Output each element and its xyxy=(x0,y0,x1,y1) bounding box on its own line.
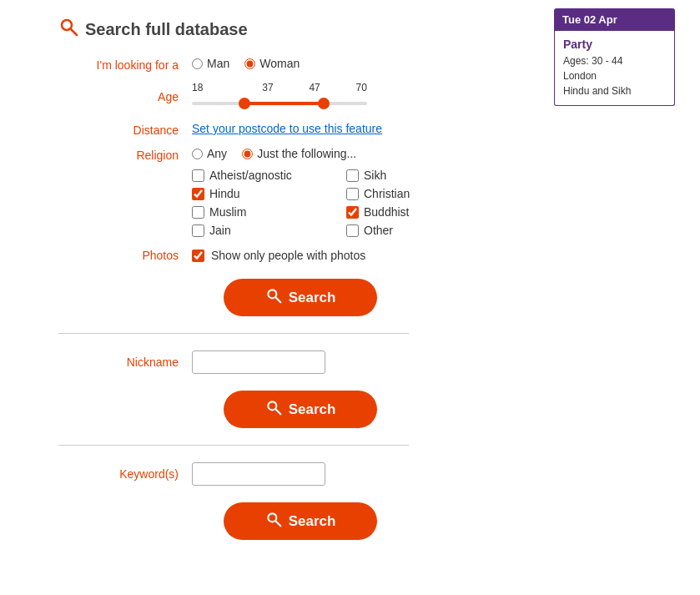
religion-radio-group: Any Just the following... xyxy=(192,147,476,160)
search-button-3-label: Search xyxy=(289,513,336,530)
religion-muslim-checkbox[interactable] xyxy=(192,206,204,219)
religion-sikh-label: Sikh xyxy=(364,169,386,182)
age-row: Age 18 37 47 70 xyxy=(58,82,476,112)
religion-christian-option[interactable]: Christian xyxy=(346,187,476,200)
distance-controls: Set your postcode to use this feature xyxy=(192,122,476,135)
religion-jain-label: Jain xyxy=(209,224,231,237)
religion-jain-checkbox[interactable] xyxy=(192,224,204,237)
religion-atheist-option[interactable]: Atheist/agnostic xyxy=(192,169,321,182)
slider-thumb-low[interactable] xyxy=(239,98,250,109)
keywords-row: Keyword(s) xyxy=(58,462,476,486)
nickname-label: Nickname xyxy=(58,355,192,369)
search-button-2[interactable]: Search xyxy=(224,391,378,428)
search-btn-icon-2 xyxy=(265,399,282,420)
gender-radio-group: Man Woman xyxy=(192,57,476,70)
svg-line-1 xyxy=(71,29,77,35)
sidebar-calendar: Tue 02 Apr Party Ages: 30 - 44 London Hi… xyxy=(554,8,675,106)
religion-other-checkbox[interactable] xyxy=(346,224,359,237)
religion-atheist-label: Atheist/agnostic xyxy=(209,169,292,182)
religion-muslim-label: Muslim xyxy=(209,205,246,219)
religion-other-label: Other xyxy=(364,224,393,237)
gender-woman-radio[interactable] xyxy=(244,58,255,69)
religion-christian-label: Christian xyxy=(364,187,410,200)
gender-man-radio[interactable] xyxy=(192,58,203,69)
age-low-tick: 37 xyxy=(262,82,273,93)
religion-sikh-option[interactable]: Sikh xyxy=(346,169,476,182)
svg-line-3 xyxy=(275,298,280,303)
search-icon xyxy=(58,17,78,42)
search-btn-icon-1 xyxy=(265,287,282,308)
religion-jain-option[interactable]: Jain xyxy=(192,224,321,237)
search-button-3[interactable]: Search xyxy=(224,502,378,540)
slider-fill xyxy=(244,102,324,105)
age-label: Age xyxy=(58,90,192,103)
age-min-tick: 18 xyxy=(192,82,203,93)
calendar-date: Tue 02 Apr xyxy=(562,13,617,26)
calendar-event-ages: Ages: 30 - 44 xyxy=(563,53,666,68)
religion-hindu-option[interactable]: Hindu xyxy=(192,187,321,200)
search-button-1-label: Search xyxy=(289,290,336,306)
religion-label: Religion xyxy=(58,147,192,162)
age-controls: 18 37 47 70 xyxy=(192,82,367,112)
calendar-body: Party Ages: 30 - 44 London Hindu and Sik… xyxy=(554,31,675,106)
religion-specific-option[interactable]: Just the following... xyxy=(242,147,356,160)
gender-man-option[interactable]: Man xyxy=(192,57,229,70)
photos-checkbox-label: Show only people with photos xyxy=(211,249,365,262)
search-button-1[interactable]: Search xyxy=(224,279,378,316)
distance-row: Distance Set your postcode to use this f… xyxy=(58,122,476,137)
nickname-row: Nickname xyxy=(58,350,476,374)
gender-woman-label: Woman xyxy=(259,57,300,70)
religion-buddhist-label: Buddhist xyxy=(364,205,409,219)
age-max-tick: 70 xyxy=(356,82,367,93)
svg-line-7 xyxy=(275,522,280,527)
search-btn-row-3: Search xyxy=(125,502,476,540)
religion-row: Religion Any Just the following... xyxy=(58,147,476,162)
keywords-label: Keyword(s) xyxy=(58,467,192,481)
age-high-tick: 47 xyxy=(309,82,320,93)
photos-label: Photos xyxy=(58,249,192,262)
religion-checkboxes: Atheist/agnostic Sikh Hindu Christian Mu… xyxy=(192,169,476,237)
age-slider[interactable] xyxy=(192,95,367,112)
religion-buddhist-option[interactable]: Buddhist xyxy=(346,205,476,219)
calendar-event-location: London xyxy=(563,68,666,83)
search-button-2-label: Search xyxy=(289,401,336,418)
religion-christian-checkbox[interactable] xyxy=(346,188,359,200)
calendar-event-religion: Hindu and Sikh xyxy=(563,83,666,98)
divider-2 xyxy=(58,445,409,446)
religion-muslim-option[interactable]: Muslim xyxy=(192,205,321,219)
page-title: Search full database xyxy=(85,20,248,39)
photos-checkbox[interactable] xyxy=(192,250,204,262)
looking-for-row: I'm looking for a Man Woman xyxy=(58,57,476,72)
religion-atheist-checkbox[interactable] xyxy=(192,169,204,182)
religion-any-radio[interactable] xyxy=(192,149,203,159)
religion-hindu-label: Hindu xyxy=(209,187,240,200)
looking-for-label: I'm looking for a xyxy=(58,57,192,72)
photos-row: Photos Show only people with photos xyxy=(58,249,476,262)
slider-thumb-high[interactable] xyxy=(318,98,330,109)
religion-specific-radio[interactable] xyxy=(242,149,253,159)
religion-any-option[interactable]: Any xyxy=(192,147,227,160)
page-title-row: Search full database xyxy=(58,17,476,42)
religion-buddhist-checkbox[interactable] xyxy=(346,206,359,219)
religion-any-label: Any xyxy=(207,147,227,160)
svg-line-5 xyxy=(275,410,280,415)
calendar-event-title: Party xyxy=(563,38,666,51)
religion-hindu-checkbox[interactable] xyxy=(192,188,204,200)
distance-postcode-link[interactable]: Set your postcode to use this feature xyxy=(192,122,382,135)
photos-checkbox-option[interactable]: Show only people with photos xyxy=(192,249,365,262)
search-btn-row-2: Search xyxy=(125,391,476,428)
gender-woman-option[interactable]: Woman xyxy=(244,57,300,70)
search-btn-row-1: Search xyxy=(125,279,476,316)
age-ticks: 18 37 47 70 xyxy=(192,82,367,93)
gender-man-label: Man xyxy=(207,57,229,70)
religion-sikh-checkbox[interactable] xyxy=(346,169,359,182)
calendar-header: Tue 02 Apr xyxy=(554,8,675,31)
distance-label: Distance xyxy=(58,122,192,137)
nickname-input[interactable] xyxy=(192,350,325,374)
keywords-input[interactable] xyxy=(192,462,325,486)
divider-1 xyxy=(58,333,409,334)
religion-other-option[interactable]: Other xyxy=(346,224,476,237)
search-btn-icon-3 xyxy=(265,511,282,532)
religion-specific-label: Just the following... xyxy=(257,147,356,160)
